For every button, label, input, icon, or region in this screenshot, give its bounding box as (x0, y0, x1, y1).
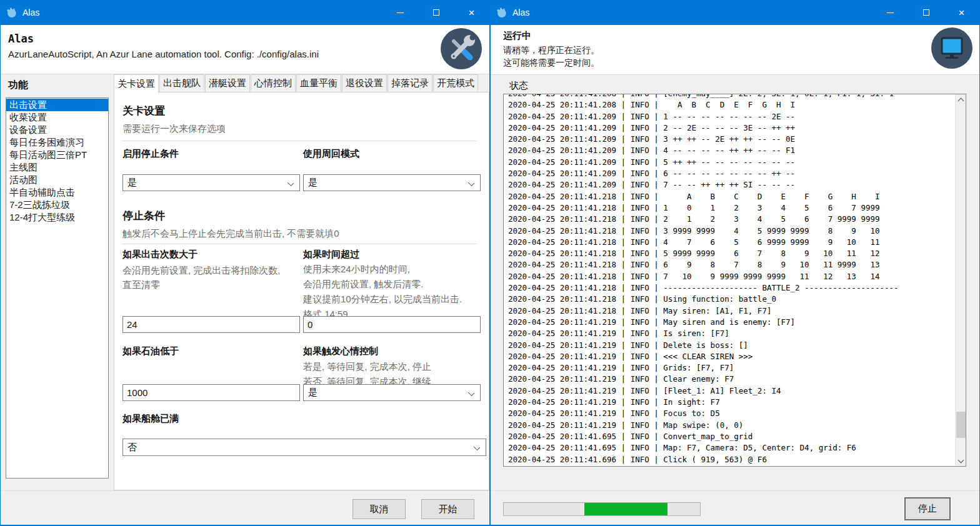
tab[interactable]: 掉落记录 (388, 74, 432, 92)
label-enable-stop: 启用停止条件 (122, 148, 179, 160)
help-if-time: 使用未来24小时内的时间, 会沿用先前设置, 触发后清零. 建议提前10分钟左右… (303, 262, 462, 322)
tab[interactable]: 潜艇设置 (205, 74, 250, 92)
section-desc-stage: 需要运行一次来保存选项 (122, 123, 226, 135)
window-title: Alas (512, 7, 529, 17)
divider (122, 141, 477, 141)
sidebar-item[interactable]: 活动图 (6, 174, 108, 186)
running-message: 请稍等，程序正在运行。 这可能将需要一定时间。 (503, 44, 599, 69)
if-time-input[interactable] (303, 316, 481, 333)
tab[interactable]: 关卡设置 (114, 74, 159, 93)
if-dock-full-select[interactable]: 否 (122, 439, 486, 456)
if-dock-full-value: 否 (128, 442, 137, 454)
close-button[interactable]: × (454, 0, 489, 25)
if-emotion-select[interactable]: 是 (303, 384, 481, 401)
minimize-button[interactable] (872, 0, 908, 25)
close-icon: × (959, 7, 965, 18)
settings-form: 关卡设置 需要运行一次来保存选项 启用停止条件 使用周回模式 是 是 停止条件 … (114, 92, 489, 490)
sidebar-title: 功能 (8, 79, 28, 92)
app-header: Alas AzurLaneAutoScript, An Azur Lane au… (1, 25, 489, 74)
desktop: Alas × Alas AzurLaneAutoScript, An Azur … (0, 0, 980, 526)
maximize-icon (433, 9, 439, 16)
label-if-time: 如果时间超过 (303, 249, 359, 261)
alas-logo-icon (496, 7, 507, 18)
runner-window: Alas × 运行中 请稍等，程序正在运行。 这可能将需要一定时间。 状态 20… (491, 0, 980, 526)
sidebar-item[interactable]: 出击设置 (6, 99, 108, 111)
if-count-input[interactable] (122, 316, 300, 333)
maximize-button[interactable] (418, 0, 454, 25)
minimize-icon (887, 12, 894, 13)
label-use-cycle: 使用周回模式 (303, 148, 359, 160)
use-cycle-value: 是 (308, 177, 318, 189)
tab[interactable]: 心情控制 (251, 74, 296, 92)
status-label: 状态 (509, 80, 528, 92)
close-button[interactable]: × (944, 0, 979, 25)
cancel-button[interactable]: 取消 (352, 499, 406, 519)
progress-indicator (584, 503, 668, 515)
app-name: Alas (8, 32, 34, 45)
if-oil-input[interactable] (122, 384, 300, 401)
scroll-up-icon[interactable] (956, 94, 966, 105)
if-emotion-value: 是 (308, 387, 318, 399)
start-button[interactable]: 开始 (421, 499, 474, 519)
sidebar-item[interactable]: 设备设置 (6, 124, 108, 136)
help-if-count: 会沿用先前设置, 完成出击将扣除次数, 直至清零 (122, 263, 281, 292)
settings-titlebar: Alas × (1, 0, 489, 25)
log-text: 2020-04-25 20:11:41.208 | INFO | [enemy_… (504, 94, 899, 465)
running-title: 运行中 (503, 30, 531, 42)
tab[interactable]: 血量平衡 (296, 74, 341, 92)
minimize-icon (397, 12, 404, 13)
alas-logo-icon (6, 7, 17, 18)
close-icon: × (469, 7, 475, 18)
sidebar-item[interactable]: 主线图 (6, 161, 108, 174)
sidebar-item[interactable]: 12-4打大型练级 (6, 211, 108, 224)
section-title-stop: 停止条件 (122, 209, 165, 223)
sidebar-item[interactable]: 收菜设置 (6, 111, 108, 124)
runner-titlebar: Alas × (491, 0, 979, 25)
divider (122, 244, 477, 244)
section-desc-stop: 触发后不会马上停止会先完成当前出击, 不需要就填0 (122, 228, 339, 240)
maximize-button[interactable] (908, 0, 944, 25)
log-scrollbar[interactable] (955, 94, 966, 466)
settings-window: Alas × Alas AzurLaneAutoScript, An Azur … (0, 0, 489, 526)
app-description: AzurLaneAutoScript, An Azur Lane automat… (8, 49, 319, 59)
use-cycle-select[interactable]: 是 (303, 174, 481, 191)
tab[interactable]: 出击舰队 (159, 74, 204, 92)
log-viewer: 2020-04-25 20:11:41.208 | INFO | [enemy_… (503, 94, 966, 467)
sidebar-item[interactable]: 7-2三战拣垃圾 (6, 199, 108, 211)
enable-stop-select[interactable]: 是 (122, 174, 300, 191)
label-if-oil: 如果石油低于 (122, 345, 179, 357)
function-list: 出击设置收菜设置设备设置每日任务困难演习每日活动图三倍PT主线图活动图半自动辅助… (6, 97, 109, 479)
scroll-down-icon[interactable] (956, 455, 966, 466)
maximize-icon (923, 9, 929, 16)
enable-stop-value: 是 (128, 177, 137, 189)
window-controls: × (382, 0, 489, 25)
monitor-icon (931, 27, 972, 69)
runner-footer: 停止 (491, 490, 979, 525)
runner-header: 运行中 请稍等，程序正在运行。 这可能将需要一定时间。 (491, 25, 979, 75)
tab[interactable]: 退役设置 (342, 74, 387, 92)
tab[interactable]: 开荒模式 (433, 74, 478, 92)
stop-button[interactable]: 停止 (904, 497, 951, 520)
label-if-count: 如果出击次数大于 (122, 249, 198, 261)
label-if-dock-full: 如果船舱已满 (122, 413, 179, 425)
sidebar-item[interactable]: 每日活动图三倍PT (6, 149, 108, 161)
tools-icon (441, 28, 482, 69)
window-controls: × (872, 0, 979, 25)
window-title: Alas (22, 7, 39, 17)
settings-tabs: 关卡设置出击舰队潜艇设置心情控制血量平衡退役设置掉落记录开荒模式 (114, 74, 479, 92)
chevron-down-icon (469, 181, 474, 186)
chevron-down-icon (469, 390, 474, 395)
sidebar-item[interactable]: 半自动辅助点击 (6, 186, 108, 199)
section-title-stage: 关卡设置 (122, 104, 165, 118)
minimize-button[interactable] (382, 0, 418, 25)
scrollbar-thumb[interactable] (956, 412, 966, 438)
sidebar-item[interactable]: 每日任务困难演习 (6, 136, 108, 149)
chevron-down-icon (288, 181, 293, 186)
label-if-emotion: 如果触发心情控制 (303, 345, 378, 357)
chevron-down-icon (474, 445, 479, 450)
progress-bar (503, 502, 701, 516)
settings-footer: 取消 开始 (1, 490, 489, 525)
